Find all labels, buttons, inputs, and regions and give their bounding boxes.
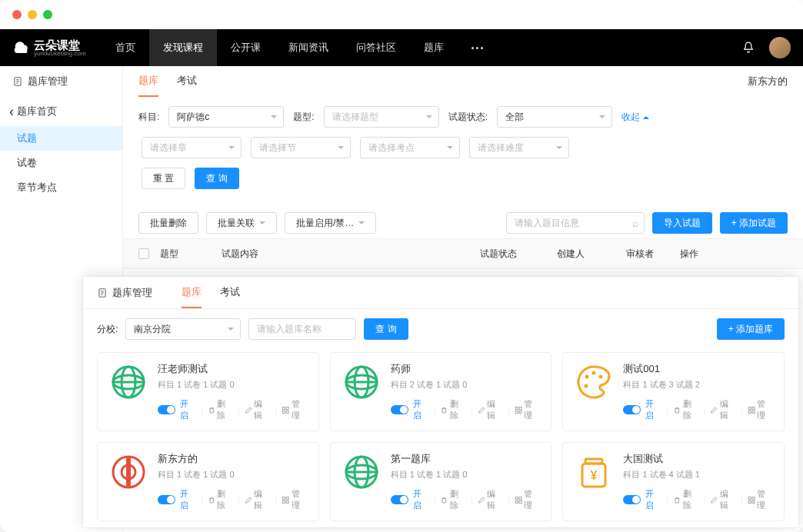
card-edit[interactable]: 编辑 <box>245 488 270 511</box>
nav-item-4[interactable]: 问答社区 <box>342 29 410 66</box>
card-icon <box>108 362 148 402</box>
svg-rect-17 <box>519 411 521 413</box>
nav-item-5[interactable]: 题库 <box>410 29 458 66</box>
minimize-window[interactable] <box>28 10 37 19</box>
sidebar-item-1[interactable]: 试卷 <box>0 151 122 175</box>
card-delete[interactable]: 删除 <box>208 398 233 421</box>
bell-icon[interactable] <box>741 41 755 55</box>
subject-select[interactable]: 阿萨德c <box>168 106 284 128</box>
overlay-tab-exams[interactable]: 考试 <box>220 278 240 308</box>
close-window[interactable] <box>12 10 22 19</box>
collapse-link[interactable]: 收起 <box>621 111 649 124</box>
card-manage[interactable]: 管理 <box>282 398 307 421</box>
card-edit[interactable]: 编辑 <box>478 398 503 421</box>
query-button[interactable]: 查 询 <box>195 168 238 189</box>
batch-delete-button[interactable]: 批量删除 <box>138 212 198 234</box>
point-select[interactable]: 请选择考点 <box>360 137 460 158</box>
nav-item-1[interactable]: 发现课程 <box>149 29 217 66</box>
svg-rect-39 <box>519 497 521 499</box>
svg-rect-46 <box>752 497 755 499</box>
sidebar-item-0[interactable]: 试题 <box>0 126 122 151</box>
toggle-switch[interactable] <box>158 405 175 414</box>
card-stats: 科目 1 试卷 1 试题 0 <box>158 469 308 480</box>
logo[interactable]: 云朵课堂 yunduoketang.com <box>12 38 86 57</box>
nav-item-2[interactable]: 公开课 <box>217 29 275 66</box>
batch-toggle-button[interactable]: 批量启用/禁… <box>285 212 376 234</box>
card-delete[interactable]: 删除 <box>440 488 465 511</box>
tab-exams[interactable]: 考试 <box>177 66 197 97</box>
reset-button[interactable]: 重 置 <box>142 168 185 189</box>
bank-name-input[interactable] <box>248 318 356 340</box>
maximize-window[interactable] <box>43 10 52 19</box>
card-manage[interactable]: 管理 <box>748 488 773 511</box>
card-delete[interactable]: 删除 <box>440 398 465 421</box>
toggle-switch[interactable] <box>158 495 175 504</box>
chapter-select[interactable]: 请选择章 <box>142 137 242 158</box>
card-title: 大国测试 <box>623 452 773 466</box>
status-label: 试题状态: <box>448 111 488 124</box>
th-type: 题型 <box>160 248 222 261</box>
svg-rect-48 <box>752 500 755 503</box>
bank-card: 药师科目 2 试卷 1 试题 0开启|删除|编辑|管理 <box>330 352 552 431</box>
svg-rect-6 <box>283 407 285 409</box>
campus-select[interactable]: 南京分院 <box>125 318 241 340</box>
svg-point-20 <box>599 375 603 379</box>
toggle-switch[interactable] <box>391 405 408 414</box>
card-edit[interactable]: 编辑 <box>478 488 503 511</box>
svg-rect-30 <box>283 497 285 499</box>
svg-text:¥: ¥ <box>591 469 598 482</box>
browser-chrome <box>0 0 803 29</box>
card-manage[interactable]: 管理 <box>748 398 773 421</box>
search-input[interactable] <box>506 212 645 234</box>
svg-point-21 <box>585 384 588 388</box>
card-edit[interactable]: 编辑 <box>710 398 735 421</box>
card-delete[interactable]: 删除 <box>673 488 698 511</box>
sidebar-back[interactable]: 题库首页 <box>0 97 122 126</box>
overlay-query-button[interactable]: 查 询 <box>364 318 408 340</box>
svg-rect-16 <box>515 411 518 413</box>
toggle-label: 开启 <box>413 488 429 511</box>
bank-card: 汪老师测试科目 1 试卷 1 试题 0开启|删除|编辑|管理 <box>97 352 319 431</box>
import-button[interactable]: 导入试题 <box>652 212 712 234</box>
card-manage[interactable]: 管理 <box>282 488 307 511</box>
card-manage[interactable]: 管理 <box>515 488 540 511</box>
card-edit[interactable]: 编辑 <box>710 488 735 511</box>
section-select[interactable]: 请选择节 <box>251 137 351 158</box>
nav-more-icon[interactable] <box>458 47 497 49</box>
card-manage[interactable]: 管理 <box>515 398 540 421</box>
card-edit[interactable]: 编辑 <box>245 398 270 421</box>
doc-icon <box>97 288 108 298</box>
add-question-button[interactable]: + 添加试题 <box>720 212 788 234</box>
card-stats: 科目 1 试卷 1 试题 0 <box>391 469 541 480</box>
th-content: 试题内容 <box>222 248 480 261</box>
type-select[interactable]: 请选择题型 <box>324 106 439 128</box>
toggle-switch[interactable] <box>623 495 641 504</box>
th-status: 试题状态 <box>480 248 557 261</box>
overlay-tab-banks[interactable]: 题库 <box>182 278 202 308</box>
svg-rect-23 <box>752 407 755 409</box>
user-avatar[interactable] <box>769 37 791 58</box>
svg-rect-15 <box>519 407 521 409</box>
select-all-checkbox[interactable] <box>138 248 149 259</box>
svg-rect-8 <box>283 411 285 413</box>
add-bank-button[interactable]: + 添加题库 <box>717 318 785 340</box>
batch-relate-button[interactable]: 批量关联 <box>206 212 277 234</box>
card-delete[interactable]: 删除 <box>208 488 233 511</box>
overlay-title-label: 题库管理 <box>112 286 152 300</box>
difficulty-select[interactable]: 请选择难度 <box>469 137 569 158</box>
card-icon: ¥ <box>574 452 614 492</box>
subject-label: 科目: <box>138 111 159 124</box>
card-stats: 科目 1 试卷 3 试题 2 <box>623 379 773 391</box>
svg-rect-25 <box>752 411 755 413</box>
nav-item-0[interactable]: 首页 <box>102 29 149 66</box>
toggle-switch[interactable] <box>391 495 408 504</box>
card-delete[interactable]: 删除 <box>673 398 698 421</box>
nav-item-3[interactable]: 新闻资讯 <box>275 29 342 66</box>
status-select[interactable]: 全部 <box>497 106 612 128</box>
tab-questions[interactable]: 题库 <box>138 66 158 97</box>
sidebar-item-2[interactable]: 章节考点 <box>0 175 122 200</box>
logo-subtext: yunduoketang.com <box>34 51 86 57</box>
toggle-switch[interactable] <box>623 405 641 414</box>
toggle-label: 开启 <box>180 488 196 511</box>
svg-rect-38 <box>515 497 518 499</box>
